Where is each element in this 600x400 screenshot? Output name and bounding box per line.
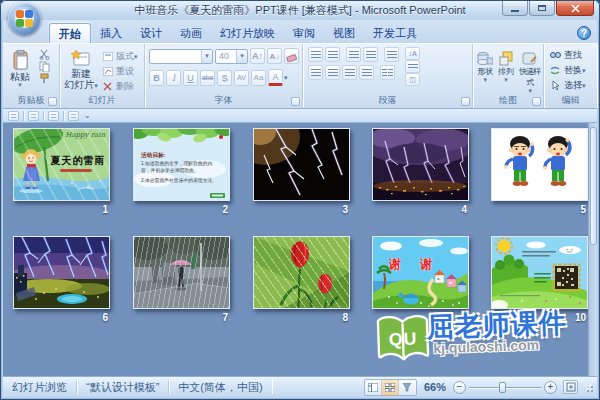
format-painter-button[interactable] [38, 72, 51, 84]
status-design-template: “默认设计模板” [77, 380, 169, 394]
new-slide-icon [71, 50, 91, 68]
slideshow-view-button[interactable] [399, 380, 416, 395]
zoom-level[interactable]: 66% [424, 381, 446, 393]
slide-thumbnail-10[interactable] [491, 236, 588, 309]
addon-toolbar-button[interactable] [28, 111, 39, 121]
find-button[interactable]: 查找 [547, 48, 597, 63]
slide-sorter-pane: Happy rain 夏天的雷雨 [3, 123, 597, 376]
replace-button[interactable]: 替换▾ [547, 63, 597, 78]
underline-button[interactable]: U [183, 70, 198, 86]
slide-thumbnail-8[interactable] [253, 236, 350, 309]
paste-icon [12, 50, 29, 71]
slide-number: 7 [133, 312, 230, 323]
layout-button[interactable]: 版式▾ [99, 49, 138, 64]
tab-insert[interactable]: 插入 [91, 23, 131, 43]
quick-styles-button[interactable]: 快速样式 ▾ [516, 47, 543, 94]
slide-thumbnail-6[interactable] [13, 236, 110, 309]
help-button[interactable]: ? [577, 26, 591, 40]
line-spacing-button[interactable] [384, 47, 399, 62]
scrollbar-thumb[interactable] [590, 127, 597, 245]
text-shadow-button[interactable]: S [217, 70, 232, 86]
numbering-button[interactable] [325, 47, 340, 62]
addon-toolbar-button[interactable] [48, 111, 59, 121]
grow-font-button[interactable]: A↑ [250, 48, 265, 64]
qulaoshi-watermark: QU 屈老师课件 kj.qulaoshi.com [374, 308, 568, 367]
tab-view[interactable]: 视图 [324, 23, 364, 43]
slide-thumbnail-3[interactable] [253, 128, 350, 201]
help-icon: ? [581, 28, 587, 39]
align-right-button[interactable] [342, 65, 357, 80]
zoom-slider-thumb[interactable] [499, 382, 506, 393]
font-dialog-launcher[interactable] [291, 97, 300, 106]
bold-button[interactable]: B [149, 70, 164, 86]
slideshow-icon [402, 383, 412, 392]
maximize-button[interactable] [529, 1, 555, 16]
drawing-dialog-launcher[interactable] [532, 97, 541, 106]
character-spacing-button[interactable]: AV [234, 70, 249, 86]
columns-button[interactable] [380, 65, 395, 80]
paragraph-dialog-launcher[interactable] [461, 97, 470, 106]
font-size-combo[interactable]: 40▾ [215, 49, 248, 64]
toolbar-options-chevron[interactable]: ⌄ [84, 111, 91, 120]
resize-grip[interactable] [582, 381, 594, 393]
clear-formatting-button[interactable] [284, 48, 299, 64]
tab-developer[interactable]: 开发工具 [364, 23, 426, 43]
align-text-button[interactable] [405, 60, 420, 73]
tab-review[interactable]: 审阅 [284, 23, 324, 43]
minimize-button[interactable] [502, 1, 528, 16]
addon-toolbar-button[interactable] [68, 111, 79, 121]
cut-button[interactable] [38, 48, 51, 60]
slide-thumbnail-1[interactable]: Happy rain 夏天的雷雨 [13, 128, 110, 201]
fit-to-window-button[interactable] [563, 380, 578, 394]
delete-icon [101, 81, 114, 93]
font-color-button[interactable]: A [268, 69, 283, 86]
align-center-button[interactable] [325, 65, 340, 80]
font-name-combo[interactable]: ▾ [149, 49, 213, 64]
slide-thumbnail-9[interactable]: 谢 谢 [372, 236, 469, 309]
close-button[interactable] [556, 1, 594, 16]
new-slide-button[interactable]: 新建 幻灯片▾ [63, 46, 99, 94]
scissors-icon [39, 49, 50, 60]
decrease-indent-button[interactable] [346, 47, 361, 62]
increase-indent-button[interactable] [363, 47, 378, 62]
slide-thumbnail-4[interactable] [372, 128, 469, 201]
normal-view-button[interactable] [365, 380, 382, 395]
zoom-slider[interactable] [469, 381, 541, 394]
vertical-scrollbar[interactable] [588, 123, 597, 376]
italic-button[interactable]: I [166, 70, 181, 86]
clipboard-dialog-launcher[interactable] [48, 97, 57, 106]
select-button[interactable]: 选择▾ [547, 78, 597, 93]
slide-sorter-view-button[interactable] [382, 380, 399, 395]
tab-home[interactable]: 开始 [49, 23, 91, 43]
addon-toolbar-button[interactable] [8, 111, 19, 121]
zoom-in-button[interactable]: + [544, 381, 557, 394]
reset-button[interactable]: 重设 [99, 64, 138, 79]
bullets-button[interactable] [308, 47, 323, 62]
slide-thumbnail-5[interactable] [491, 128, 588, 201]
convert-smartart-button[interactable]: ◫ [405, 73, 420, 86]
tab-slideshow[interactable]: 幻灯片放映 [211, 23, 284, 43]
slide-number: 5 [491, 204, 588, 215]
change-case-button[interactable]: Aa [251, 70, 266, 86]
delete-button[interactable]: 删除 [99, 79, 138, 94]
copy-button[interactable] [38, 60, 51, 72]
strikethrough-button[interactable]: abe [200, 70, 215, 86]
tab-design[interactable]: 设计 [131, 23, 171, 43]
slide-thumbnail-7[interactable] [133, 236, 230, 309]
arrange-button[interactable]: 排列 ▾ [496, 47, 517, 94]
shrink-font-button[interactable]: A↓ [267, 48, 282, 64]
replace-icon [549, 65, 562, 77]
slide-thumbnail-2[interactable]: 活动目标: 1.知道歌曲的名字，理解歌曲的内 容，并初步学会演唱歌曲。 2.体会… [133, 128, 230, 201]
copy-icon [39, 61, 50, 72]
zoom-out-button[interactable]: − [453, 381, 466, 394]
slide-number: 4 [372, 204, 469, 215]
slide2-heading: 活动目标: [141, 151, 166, 160]
office-button[interactable] [8, 2, 41, 35]
tab-animations[interactable]: 动画 [171, 23, 211, 43]
slide1-corner-text: Happy rain [65, 131, 105, 139]
justify-button[interactable] [359, 65, 374, 80]
shapes-button[interactable]: 形状 ▾ [475, 47, 496, 94]
paste-button[interactable]: 粘贴 ▾ [4, 46, 36, 88]
text-direction-button[interactable]: ↕A [405, 47, 420, 60]
align-left-button[interactable] [308, 65, 323, 80]
